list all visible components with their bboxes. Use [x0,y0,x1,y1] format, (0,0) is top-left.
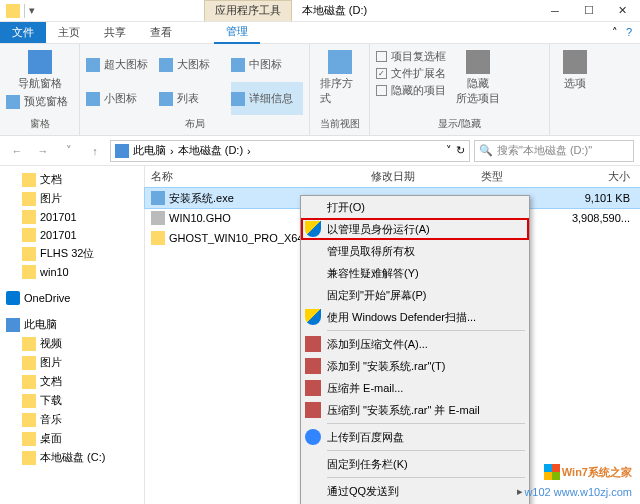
breadcrumb-thispc[interactable]: 此电脑 [133,143,166,158]
context-menu-item[interactable]: 兼容性疑难解答(Y) [301,262,529,284]
folder-icon [22,192,36,206]
sidebar-item[interactable]: win10 [0,263,144,281]
sidebar-thispc[interactable]: 此电脑 [0,315,144,334]
sidebar-item[interactable]: 201701 [0,208,144,226]
address-bar[interactable]: 此电脑 › 本地磁盘 (D:) › ˅ ↻ [110,140,470,162]
sidebar-item[interactable]: 视频 [0,334,144,353]
maximize-button[interactable]: ☐ [572,0,606,22]
checkbox-hidden[interactable]: 隐藏的项目 [376,82,446,99]
context-item-label: 管理员取得所有权 [327,244,415,259]
breadcrumb-location[interactable]: 本地磁盘 (D:) [178,143,243,158]
sidebar-item[interactable]: 本地磁盘 (C:) [0,448,144,467]
view-small-icons[interactable]: 小图标 [86,82,158,115]
col-name[interactable]: 名称 [145,169,365,184]
preview-pane-button[interactable]: 预览窗格 [6,93,73,110]
context-menu-item[interactable]: 添加到 "安装系统.rar"(T) [301,355,529,377]
context-menu-item[interactable]: 通过QQ发送到▸ [301,480,529,502]
qat-dropdown-icon[interactable]: ▾ [29,4,43,18]
folder-icon [22,247,36,261]
sidebar-item-label: 201701 [40,211,77,223]
watermark-url: w102 www.w10zj.com [524,486,632,498]
file-name: WIN10.GHO [169,212,231,224]
minimize-button[interactable]: ─ [538,0,572,22]
context-menu-item[interactable]: 以管理员身份运行(A) [301,218,529,240]
view-medium-icons[interactable]: 中图标 [231,48,303,81]
folder-icon [22,228,36,242]
col-type[interactable]: 类型 [475,169,545,184]
context-menu-item[interactable]: 固定到任务栏(K) [301,453,529,475]
close-button[interactable]: ✕ [606,0,640,22]
search-box[interactable]: 🔍 搜索"本地磁盘 (D:)" [474,140,634,162]
context-menu-item[interactable]: 压缩到 "安装系统.rar" 并 E-mail [301,399,529,421]
sidebar-item[interactable]: 图片 [0,189,144,208]
shield-icon [305,309,321,325]
view-xlarge-icons[interactable]: 超大图标 [86,48,158,81]
context-separator [327,423,525,424]
tab-share[interactable]: 共享 [92,22,138,43]
tab-manage[interactable]: 管理 [214,21,260,44]
folder-icon [22,210,36,224]
menu-bar: 文件 主页 共享 查看 管理 ˄ ? [0,22,640,44]
context-item-label: 固定到"开始"屏幕(P) [327,288,426,303]
col-modified[interactable]: 修改日期 [365,169,475,184]
nav-pane-button[interactable]: 导航窗格 [6,48,73,93]
folder-icon [22,432,36,446]
sidebar-item[interactable]: 文档 [0,372,144,391]
sidebar-item[interactable]: 文档 [0,170,144,189]
context-separator [327,450,525,451]
contextual-tab-tools[interactable]: 应用程序工具 [204,0,292,21]
ribbon-collapse-icon[interactable]: ˄ [612,26,618,39]
sort-button[interactable]: 排序方式 [316,48,363,108]
folder-icon [6,4,20,18]
view-large-icons[interactable]: 大图标 [159,48,231,81]
context-separator [327,330,525,331]
checkbox-item-boxes[interactable]: 项目复选框 [376,48,446,65]
context-menu-item[interactable]: 打开(O) [301,196,529,218]
hide-selected-button[interactable]: 隐藏 所选项目 [452,48,504,115]
back-button[interactable]: ← [6,140,28,162]
context-menu-item[interactable]: 使用 Windows Defender扫描... [301,306,529,328]
col-size[interactable]: 大小 [545,169,640,184]
sidebar-item[interactable]: 201701 [0,226,144,244]
tab-home[interactable]: 主页 [46,22,92,43]
context-menu-item[interactable]: 管理员取得所有权 [301,240,529,262]
help-icon[interactable]: ? [626,26,632,39]
context-item-label: 压缩并 E-mail... [327,381,403,396]
context-menu-item[interactable]: 固定到"开始"屏幕(P) [301,284,529,306]
context-menu-item[interactable]: 上传到百度网盘 [301,426,529,448]
sidebar-item[interactable]: 音乐 [0,410,144,429]
folder-icon [22,173,36,187]
file-menu[interactable]: 文件 [0,22,46,43]
small-icon [86,92,100,106]
blank-icon [305,456,321,472]
checkbox-file-ext[interactable]: ✓文件扩展名 [376,65,446,82]
sidebar-item-label: win10 [40,266,69,278]
options-button[interactable]: 选项 [556,48,594,93]
sidebar-item[interactable]: 桌面 [0,429,144,448]
forward-button[interactable]: → [32,140,54,162]
up-button[interactable]: ↑ [84,140,106,162]
blank-icon [305,483,321,499]
file-name: 安装系统.exe [169,191,234,206]
recent-button[interactable]: ˅ [58,140,80,162]
chevron-right-icon[interactable]: › [247,145,251,157]
options-label: 选项 [564,76,586,91]
context-menu: 打开(O)以管理员身份运行(A)管理员取得所有权兼容性疑难解答(Y)固定到"开始… [300,195,530,504]
sidebar-onedrive[interactable]: OneDrive [0,289,144,307]
refresh-icon[interactable]: ↻ [456,144,465,157]
context-menu-item[interactable]: 压缩并 E-mail... [301,377,529,399]
file-icon [151,231,165,245]
chevron-right-icon[interactable]: › [170,145,174,157]
sidebar-item-label: FLHS 32位 [40,246,94,261]
sidebar-item[interactable]: FLHS 32位 [0,244,144,263]
sidebar-item[interactable]: 图片 [0,353,144,372]
context-menu-item[interactable]: 添加到压缩文件(A)... [301,333,529,355]
view-list[interactable]: 列表 [159,82,231,115]
tab-view[interactable]: 查看 [138,22,184,43]
view-details[interactable]: 详细信息 [231,82,303,115]
addr-dropdown-icon[interactable]: ˅ [446,144,452,157]
currentview-group-label: 当前视图 [316,115,363,131]
file-size: 3,908,590... [572,212,640,224]
sidebar-item[interactable]: 下载 [0,391,144,410]
sidebar-item-label: 文档 [40,172,62,187]
